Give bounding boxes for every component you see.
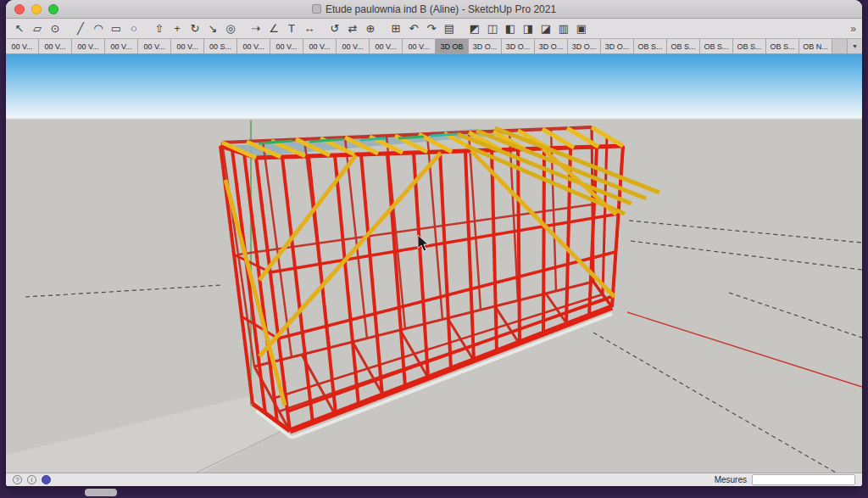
previous-view-icon[interactable]: ↶: [405, 20, 422, 37]
pan-tool-icon[interactable]: ⇄: [344, 20, 361, 37]
sketchup-window: Etude paulownia ind B (Aline) - SketchUp…: [6, 0, 862, 486]
scale-tool-icon[interactable]: ↘: [204, 20, 221, 37]
close-button[interactable]: [14, 4, 25, 14]
help-icon[interactable]: ?: [13, 475, 22, 484]
push-pull-tool-icon[interactable]: ⇧: [151, 20, 168, 37]
scene-tab[interactable]: 3D O...: [502, 39, 535, 53]
iso-view-icon[interactable]: ◩: [466, 20, 483, 37]
scene-tab[interactable]: OB N...: [799, 39, 832, 53]
tool-buttons: ↖▱⊙╱◠▭○⇧+↻↘◎⇢∠T↔↺⇄⊕⊞↶↷▤◩◫◧◨◪▥▣: [11, 20, 591, 37]
rectangle-tool-icon[interactable]: ▭: [108, 20, 125, 37]
eraser-tool-icon[interactable]: ▱: [29, 20, 46, 37]
desktop: { "window": { "title": "Etude paulownia …: [0, 0, 868, 498]
measurements-label: Mesures: [715, 475, 747, 484]
back-view-icon[interactable]: ◪: [537, 20, 554, 37]
front-view-icon[interactable]: ◧: [502, 20, 519, 37]
scene-tab[interactable]: 00 V...: [270, 39, 303, 53]
viewport-3d[interactable]: [6, 54, 862, 473]
scene-tab[interactable]: OB S...: [634, 39, 667, 53]
section-plane-tool-icon[interactable]: ▤: [441, 20, 458, 37]
scene-tab[interactable]: 00 V...: [303, 39, 337, 53]
scene-tab[interactable]: 3D O...: [601, 39, 634, 53]
next-view-icon[interactable]: ↷: [423, 20, 440, 37]
model-canvas[interactable]: [6, 54, 862, 473]
dimension-tool-icon[interactable]: ↔: [301, 20, 318, 37]
scene-tab[interactable]: OB S...: [733, 39, 766, 53]
orbit-tool-icon[interactable]: ↺: [326, 20, 343, 37]
window-title: Etude paulownia ind B (Aline) - SketchUp…: [326, 3, 556, 15]
info-icon[interactable]: i: [27, 475, 36, 484]
scene-tab[interactable]: 3D O...: [469, 39, 502, 53]
red-axis-line: [627, 312, 862, 387]
scene-tab[interactable]: 3D O...: [535, 39, 568, 53]
toolbar-overflow-icon[interactable]: »: [850, 23, 856, 35]
scene-tabs-bar: 00 V...00 V...00 V...00 V...00 V...00 V.…: [6, 39, 862, 54]
arc-tool-icon[interactable]: ◠: [90, 20, 107, 37]
scene-tab[interactable]: 00 V...: [72, 39, 105, 53]
bottom-view-icon[interactable]: ▣: [573, 20, 590, 37]
measurements-area: Mesures: [715, 474, 855, 485]
zoom-extents-tool-icon[interactable]: ⊞: [387, 20, 404, 37]
text-tool-icon[interactable]: T: [283, 20, 300, 37]
tape-measure-tool-icon[interactable]: ⇢: [248, 20, 264, 37]
protractor-tool-icon[interactable]: ∠: [265, 20, 282, 37]
right-view-icon[interactable]: ◨: [520, 20, 537, 37]
scene-tab[interactable]: 00 V...: [237, 39, 270, 53]
scene-tab[interactable]: 00 V...: [403, 39, 436, 53]
zoom-tool-icon[interactable]: ⊕: [362, 20, 379, 37]
scene-tab[interactable]: OB S...: [766, 39, 799, 53]
scene-tab[interactable]: 00 V...: [39, 39, 72, 53]
window-title-wrap: Etude paulownia ind B (Aline) - SketchUp…: [312, 3, 556, 15]
title-bar: Etude paulownia ind B (Aline) - SketchUp…: [6, 0, 862, 19]
scene-tabs: 00 V...00 V...00 V...00 V...00 V...00 V.…: [6, 39, 847, 53]
scene-tab[interactable]: 00 V...: [370, 39, 403, 53]
scene-tab[interactable]: 00 V...: [138, 39, 171, 53]
dock-fragment: [85, 489, 117, 496]
left-view-icon[interactable]: ▥: [555, 20, 572, 37]
scene-tab[interactable]: 00 V...: [6, 39, 39, 53]
profile-icon[interactable]: [42, 475, 51, 484]
scene-tab[interactable]: OB S...: [700, 39, 733, 53]
circle-tool-icon[interactable]: ○: [125, 20, 142, 37]
measurements-input[interactable]: [752, 474, 855, 485]
paint-bucket-tool-icon[interactable]: ⊙: [47, 20, 64, 37]
scene-tab[interactable]: 00 V...: [105, 39, 138, 53]
document-proxy-icon: [312, 4, 321, 14]
ground-facet: [6, 395, 281, 473]
offset-tool-icon[interactable]: ◎: [222, 20, 239, 37]
window-controls: [14, 4, 58, 14]
scene-tab[interactable]: 00 S...: [204, 39, 237, 53]
scene-tab[interactable]: 3D OB: [436, 39, 469, 53]
minimize-button[interactable]: [31, 4, 42, 14]
top-view-icon[interactable]: ◫: [484, 20, 501, 37]
scene-tab[interactable]: 00 V...: [337, 39, 370, 53]
line-tool-icon[interactable]: ╱: [72, 20, 89, 37]
select-tool-icon[interactable]: ↖: [11, 20, 28, 37]
move-tool-icon[interactable]: +: [169, 20, 186, 37]
toolbar: ↖▱⊙╱◠▭○⇧+↻↘◎⇢∠T↔↺⇄⊕⊞↶↷▤◩◫◧◨◪▥▣ »: [6, 19, 862, 39]
status-bar: ? i Mesures: [6, 473, 862, 486]
zoom-button[interactable]: [48, 4, 58, 14]
scene-tabs-overflow-button[interactable]: ▼: [847, 39, 862, 53]
scene-tab[interactable]: 00 V...: [171, 39, 204, 53]
scene-tab[interactable]: 3D O...: [568, 39, 601, 53]
rotate-tool-icon[interactable]: ↻: [186, 20, 203, 37]
scene-tab[interactable]: OB S...: [667, 39, 700, 53]
